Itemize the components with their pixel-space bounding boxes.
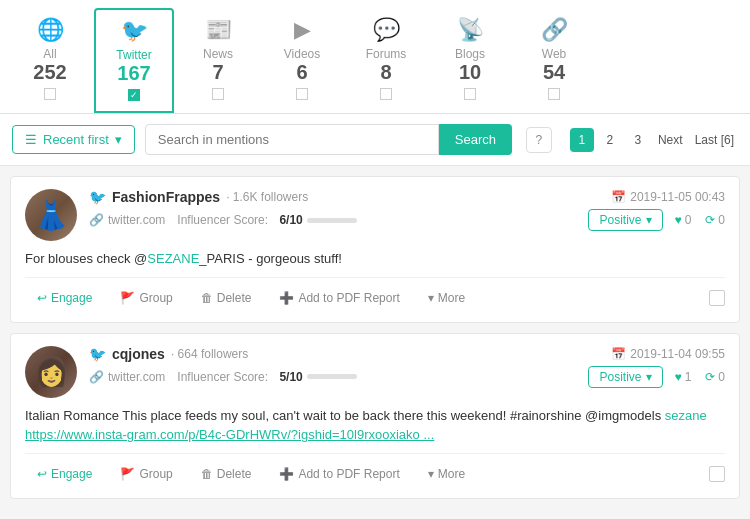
blogs-icon: 📡 [457,17,484,43]
engagement-1: ♥ 0 ⟳ 0 [675,213,726,227]
sort-chevron-icon: ▾ [115,132,122,147]
retweets-2: 0 [718,370,725,384]
tab-forums-label: Forums [366,47,407,61]
news-icon: 📰 [205,17,232,43]
tab-videos-checkbox[interactable] [296,88,308,100]
delete-icon-2: 🗑 [201,467,213,481]
delete-button-1[interactable]: 🗑 Delete [189,286,264,310]
group-button-2[interactable]: 🚩 Group [108,462,184,486]
filter-bar: ☰ Recent first ▾ Search ? 1 2 3 Next Las… [0,114,750,166]
select-checkbox-1[interactable] [709,290,725,306]
tab-blogs-checkbox[interactable] [464,88,476,100]
sentiment-badge-2[interactable]: Positive ▾ [588,366,662,388]
page-1[interactable]: 1 [570,128,594,152]
source-link-1[interactable]: 🔗 twitter.com [89,213,165,227]
group-icon-1: 🚩 [120,291,135,305]
tab-forums-checkbox[interactable] [380,88,392,100]
link-icon-1: 🔗 [89,213,104,227]
engage-icon-1: ↩ [37,291,47,305]
likes-1: 0 [685,213,692,227]
tab-forums-count: 8 [380,61,391,84]
tab-web[interactable]: 🔗 Web 54 [514,8,594,113]
pdf-icon-2: ➕ [279,467,294,481]
group-icon-2: 🚩 [120,467,135,481]
search-button[interactable]: Search [439,124,512,155]
more-button-1[interactable]: ▾ More [416,286,477,310]
post-link-2[interactable]: https://www.insta-gram.com/p/B4c-GDrHWRv… [25,427,434,442]
sentiment-chevron-2: ▾ [646,370,652,384]
delete-icon-1: 🗑 [201,291,213,305]
tab-all-checkbox[interactable] [44,88,56,100]
card-actions-1: ↩ Engage 🚩 Group 🗑 Delete ➕ Add to PDF R… [25,277,725,310]
twitter-icon-1: 🐦 [89,189,106,205]
retweet-icon-1: ⟳ [705,213,715,227]
tab-news-checkbox[interactable] [212,88,224,100]
calendar-icon-1: 📅 [611,190,626,204]
tab-forums[interactable]: 💬 Forums 8 [346,8,426,113]
card-top-row-1: 🐦 FashionFrappes · 1.6K followers 📅 2019… [89,189,725,205]
engage-icon-2: ↩ [37,467,47,481]
tab-videos[interactable]: ▶ Videos 6 [262,8,342,113]
influencer-score-1: Influencer Score: 6/10 [177,213,356,227]
tab-blogs-count: 10 [459,61,481,84]
engage-button-1[interactable]: ↩ Engage [25,286,104,310]
author-name-1[interactable]: FashionFrappes [112,189,220,205]
add-to-pdf-button-2[interactable]: ➕ Add to PDF Report [267,462,411,486]
sentiment-chevron-1: ▾ [646,213,652,227]
engage-button-2[interactable]: ↩ Engage [25,462,104,486]
tab-web-checkbox[interactable] [548,88,560,100]
followers-1: · 1.6K followers [226,190,308,204]
card-meta-1: 🐦 FashionFrappes · 1.6K followers 📅 2019… [89,189,725,231]
help-button[interactable]: ? [526,127,552,153]
more-button-2[interactable]: ▾ More [416,462,477,486]
tab-all-label: All [43,47,56,61]
card-header-1: 👗 🐦 FashionFrappes · 1.6K followers 📅 20… [25,189,725,241]
tab-news[interactable]: 📰 News 7 [178,8,258,113]
select-checkbox-2[interactable] [709,466,725,482]
card-header-2: 👩 🐦 cqjones · 664 followers 📅 2019-11-04… [25,346,725,398]
page-3[interactable]: 3 [626,128,650,152]
post-card-2: 👩 🐦 cqjones · 664 followers 📅 2019-11-04… [10,333,740,499]
tab-news-count: 7 [212,61,223,84]
date-2: 📅 2019-11-04 09:55 [611,347,725,361]
tab-all[interactable]: 🌐 All 252 [10,8,90,113]
source-row-2: 🔗 twitter.com Influencer Score: 5/10 Pos… [89,366,725,388]
page-next[interactable]: Next [654,131,687,149]
followers-2: · 664 followers [171,347,248,361]
group-button-1[interactable]: 🚩 Group [108,286,184,310]
calendar-icon-2: 📅 [611,347,626,361]
tab-web-count: 54 [543,61,565,84]
sort-icon: ☰ [25,132,37,147]
mention-sezane-2[interactable]: sezane [665,408,707,423]
author-info-1: 🐦 FashionFrappes · 1.6K followers [89,189,308,205]
web-icon: 🔗 [541,17,568,43]
tab-twitter-checkbox[interactable] [128,89,140,101]
engagement-2: ♥ 1 ⟳ 0 [675,370,726,384]
tab-twitter-count: 167 [117,62,150,85]
tab-twitter[interactable]: 🐦 Twitter 167 [94,8,174,113]
tab-blogs[interactable]: 📡 Blogs 10 [430,8,510,113]
influencer-score-2: Influencer Score: 5/10 [177,370,356,384]
author-info-2: 🐦 cqjones · 664 followers [89,346,248,362]
tab-twitter-label: Twitter [116,48,151,62]
tab-blogs-label: Blogs [455,47,485,61]
add-to-pdf-button-1[interactable]: ➕ Add to PDF Report [267,286,411,310]
author-name-2[interactable]: cqjones [112,346,165,362]
page-2[interactable]: 2 [598,128,622,152]
card-meta-2: 🐦 cqjones · 664 followers 📅 2019-11-04 0… [89,346,725,388]
likes-2: 1 [685,370,692,384]
mention-sezane-1[interactable]: SEZANE [147,251,199,266]
sort-button[interactable]: ☰ Recent first ▾ [12,125,135,154]
source-link-2[interactable]: 🔗 twitter.com [89,370,165,384]
card-text-1: For blouses check @SEZANE_PARIS - gorgeo… [25,249,725,269]
tab-news-label: News [203,47,233,61]
more-icon-1: ▾ [428,291,434,305]
page-last[interactable]: Last [6] [691,131,738,149]
tab-videos-count: 6 [296,61,307,84]
sentiment-badge-1[interactable]: Positive ▾ [588,209,662,231]
search-input[interactable] [145,124,439,155]
avatar-1: 👗 [25,189,77,241]
card-actions-2: ↩ Engage 🚩 Group 🗑 Delete ➕ Add to PDF R… [25,453,725,486]
pagination: 1 2 3 Next Last [6] [570,128,738,152]
delete-button-2[interactable]: 🗑 Delete [189,462,264,486]
